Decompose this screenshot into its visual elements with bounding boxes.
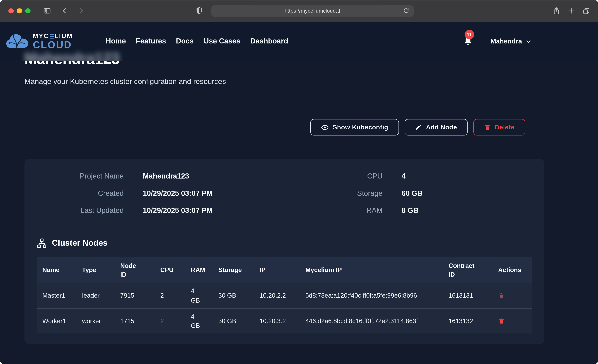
zoom-window-button[interactable] [25,8,30,13]
page: Mahendra123 [0,22,598,364]
notification-badge: 11 [465,30,474,39]
info-value: 60 GB [382,189,532,198]
privacy-shield-icon[interactable] [196,7,203,15]
cell-storage: 30 GB [213,283,254,308]
table-row: Master1 leader 7915 2 4 GB 30 GB 10.20.2… [37,283,532,308]
nav-link[interactable]: Docs [176,37,194,45]
minimize-window-button[interactable] [17,8,22,13]
cell-ip: 10.20.2.2 [254,283,300,308]
sidebar-toggle-icon[interactable] [43,7,51,15]
column-header: Mycelium IP [300,257,443,283]
info-label: Project Name [37,172,124,180]
info-row: RAM 8 GB [317,202,532,219]
nav-link[interactable]: Use Cases [204,37,240,45]
brand-logo[interactable]: MYCLIUM CLOUD [6,33,73,50]
cell-actions [492,309,533,334]
cell-ram: 4 GB [185,309,213,334]
nodes-table: Name Type Node ID CPU RAM Storage IP [37,257,532,333]
tab-overview-icon[interactable] [582,7,590,15]
brand-line-1: MYCLIUM [33,33,73,39]
info-row: Created 10/29/2025 03:07 PM [37,185,317,202]
user-name: Mahendra [490,37,522,45]
trash-icon [498,318,505,324]
main-content: Mahendra123 Manage your Kubernetes clust… [0,61,598,344]
info-label: Last Updated [37,206,124,215]
trash-icon [498,292,505,299]
chevron-down-icon [525,38,531,44]
cell-node-id: 7915 [115,283,155,308]
forward-icon[interactable] [77,7,85,15]
info-value: Mahendra123 [124,172,317,180]
cell-mycelium-ip: 5d8:78ea:a120:f40c:ff0f:a5fe:99e6:8b96 [300,283,443,308]
info-row: CPU 4 [317,168,532,185]
project-info: Project Name Mahendra123 Created 10/29/2… [37,168,532,219]
table-header-row: Name Type Node ID CPU RAM Storage IP [37,257,532,283]
cluster-nodes-heading: Cluster Nodes [37,238,532,248]
info-value: 10/29/2025 03:07 PM [124,206,317,215]
close-window-button[interactable] [8,8,14,13]
title-clip: Mahendra123 [25,61,544,66]
cell-cpu: 2 [155,283,185,308]
share-icon[interactable] [553,7,560,15]
eye-icon [321,124,328,131]
new-tab-icon[interactable] [567,7,575,15]
trash-icon [484,124,491,131]
column-header: Actions [492,257,533,283]
cell-name: Worker1 [37,309,76,334]
column-header: IP [254,257,300,283]
cloud-logo-icon [6,33,29,50]
notifications-button[interactable]: 11 [463,36,473,46]
column-header: Contract ID [443,257,492,283]
back-icon[interactable] [61,7,68,15]
pencil-icon [415,124,422,131]
column-header: Name [37,257,76,283]
cell-type: worker [76,309,115,334]
column-header: Type [76,257,115,283]
network-icon [37,238,47,248]
nav-link[interactable]: Dashboard [250,37,288,45]
user-menu[interactable]: Mahendra [490,37,531,45]
info-label: Storage [317,189,382,198]
top-navbar: Mahendra123 [0,22,598,61]
show-kubeconfig-button[interactable]: Show Kubeconfig [310,119,399,136]
column-header: RAM [185,257,213,283]
traffic-lights [8,8,30,13]
info-row: Project Name Mahendra123 [37,168,317,185]
url-text: https://myceliumcloud.tf [285,8,340,14]
nav-links: Home Features Docs Use Cases Dashboard [106,37,288,45]
nav-link[interactable]: Features [136,37,166,45]
info-value: 8 GB [382,206,532,215]
address-bar[interactable]: https://myceliumcloud.tf [211,5,414,17]
cell-ram: 4 GB [185,283,213,308]
reload-icon[interactable] [403,8,409,14]
cell-contract-id: 1613132 [443,309,492,334]
add-node-button[interactable]: Add Node [405,119,468,136]
browser-chrome: https://myceliumcloud.tf [0,0,598,22]
page-subtitle: Manage your Kubernetes cluster configura… [25,77,544,86]
table-row: Worker1 worker 1715 2 4 GB 30 GB 10.20.3… [37,308,532,333]
cell-ip: 10.20.3.2 [254,309,300,334]
delete-node-button[interactable] [498,318,505,324]
column-header: Node ID [115,257,155,283]
delete-cluster-button[interactable]: Delete [473,119,525,136]
info-value: 10/29/2025 03:07 PM [124,189,317,198]
cell-cpu: 2 [155,309,185,334]
nav-link[interactable]: Home [106,37,126,45]
info-label: CPU [317,172,382,180]
screenshot-canvas: https://myceliumcloud.tf [0,0,598,364]
cell-mycelium-ip: 446:d2a6:8bcd:8c16:ff0f:72e2:3114:863f [300,309,443,334]
brand-e-icon [50,34,54,39]
column-header: Storage [213,257,254,283]
cluster-details-panel: Project Name Mahendra123 Created 10/29/2… [25,159,544,344]
info-row: Storage 60 GB [317,185,532,202]
cell-type: leader [76,283,115,308]
cell-storage: 30 GB [213,309,254,334]
info-row: Last Updated 10/29/2025 03:07 PM [37,202,317,219]
scrolled-title-blur: Mahendra123 [25,50,119,61]
column-header: CPU [155,257,185,283]
brand-line-2: CLOUD [33,40,73,50]
cell-actions [492,283,533,308]
info-label: Created [37,189,124,198]
delete-node-button[interactable] [498,292,505,299]
cell-contract-id: 1613131 [443,283,492,308]
